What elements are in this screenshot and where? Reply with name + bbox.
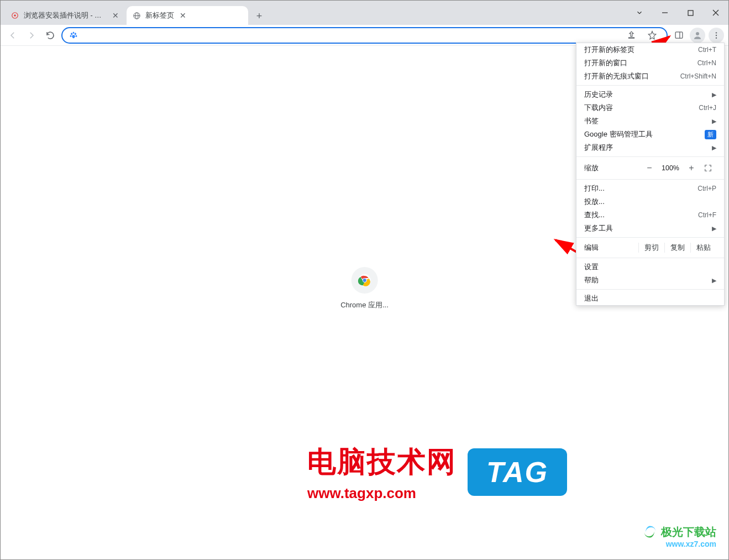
tag-badge: TAG (468, 448, 567, 496)
menu-new-tab[interactable]: 打开新的标签页 Ctrl+T (576, 43, 724, 56)
menu-downloads[interactable]: 下载内容 Ctrl+J (576, 101, 724, 114)
menu-find[interactable]: 查找... Ctrl+F (576, 208, 724, 222)
minimize-button[interactable] (652, 4, 678, 21)
favicon-icon (11, 11, 19, 20)
menu-separator (576, 156, 724, 157)
menu-separator (576, 237, 724, 238)
tab-title: 新标签页 (145, 11, 174, 20)
close-icon[interactable]: ✕ (180, 11, 186, 20)
copy-button[interactable]: 复制 (664, 243, 690, 253)
chrome-main-menu: 打开新的标签页 Ctrl+T 打开新的窗口 Ctrl+N 打开新的无痕式窗口 C… (576, 43, 725, 306)
menu-separator (576, 179, 724, 180)
maximize-button[interactable] (678, 4, 703, 21)
new-tab-button[interactable]: + (251, 8, 267, 24)
swirl-logo-icon (642, 524, 658, 540)
cut-button[interactable]: 剪切 (638, 243, 664, 253)
watermark-xz7: 极光下载站 www.xz7.com (642, 524, 716, 548)
svg-point-11 (73, 32, 75, 33)
zoom-out-button[interactable]: − (641, 163, 658, 173)
menu-print[interactable]: 打印... Ctrl+P (576, 182, 724, 195)
chevron-right-icon: ▶ (712, 144, 716, 151)
chrome-apps-shortcut[interactable]: Chrome 应用... (340, 267, 389, 310)
zoom-value: 100% (658, 164, 683, 172)
menu-separator (576, 289, 724, 290)
watermark-tagxp: 电脑技术网 www.tagxp.com TAG (307, 443, 457, 502)
menu-extensions[interactable]: 扩展程序 ▶ (576, 141, 724, 154)
forward-button[interactable] (24, 28, 39, 43)
kebab-menu-button[interactable] (709, 28, 724, 43)
svg-point-1 (14, 14, 16, 17)
svg-rect-14 (675, 32, 683, 38)
svg-point-10 (75, 33, 76, 35)
side-panel-icon[interactable] (671, 28, 686, 43)
close-icon[interactable]: ✕ (112, 11, 119, 20)
globe-icon (132, 11, 141, 20)
svg-point-9 (71, 33, 72, 35)
new-badge: 新 (705, 130, 716, 139)
chevron-right-icon: ▶ (712, 118, 716, 125)
chevron-right-icon: ▶ (712, 91, 716, 98)
menu-new-window[interactable]: 打开新的窗口 Ctrl+N (576, 56, 724, 70)
menu-help[interactable]: 帮助 ▶ (576, 274, 724, 287)
tab-strip: 浏览器安装插件说明 - 影刀帮助 ✕ 新标签页 ✕ + (1, 1, 728, 25)
svg-point-12 (70, 35, 72, 36)
svg-rect-6 (688, 11, 693, 15)
reload-button[interactable] (43, 28, 58, 43)
profile-avatar-icon[interactable] (690, 28, 705, 43)
svg-point-19 (716, 37, 717, 38)
tab-new-tab[interactable]: 新标签页 ✕ (127, 6, 248, 25)
zoom-in-button[interactable]: + (683, 163, 700, 173)
svg-point-18 (716, 34, 717, 35)
back-button[interactable] (5, 28, 20, 43)
chevron-down-icon[interactable] (627, 4, 652, 21)
close-window-button[interactable] (703, 4, 728, 21)
menu-edit: 编辑 剪切 复制 粘贴 (576, 240, 724, 255)
url-input[interactable] (83, 31, 618, 40)
menu-separator (576, 258, 724, 258)
menu-history[interactable]: 历史记录 ▶ (576, 88, 724, 101)
chevron-right-icon: ▶ (712, 277, 716, 284)
menu-settings[interactable]: 设置 (576, 260, 724, 274)
svg-point-13 (76, 35, 77, 36)
menu-new-incognito[interactable]: 打开新的无痕式窗口 Ctrl+Shift+N (576, 70, 724, 83)
chevron-right-icon: ▶ (712, 225, 716, 232)
menu-cast[interactable]: 投放... (576, 195, 724, 208)
tab-title: 浏览器安装插件说明 - 影刀帮助 (24, 11, 107, 20)
shortcut-label: Chrome 应用... (340, 300, 389, 310)
svg-point-17 (716, 32, 717, 33)
menu-more-tools[interactable]: 更多工具 ▶ (576, 222, 724, 235)
menu-exit[interactable]: 退出 (576, 292, 724, 305)
bookmark-star-icon[interactable] (644, 28, 660, 43)
svg-point-16 (696, 32, 699, 35)
address-bar[interactable] (61, 27, 668, 44)
menu-bookmarks[interactable]: 书签 ▶ (576, 114, 724, 128)
share-icon[interactable] (623, 28, 639, 43)
tab-plugin-help[interactable]: 浏览器安装插件说明 - 影刀帮助 ✕ (5, 6, 127, 25)
menu-zoom: 缩放 − 100% + (576, 159, 724, 177)
fullscreen-icon[interactable] (700, 164, 716, 172)
menu-password-manager[interactable]: Google 密码管理工具 新 (576, 128, 724, 141)
menu-separator (576, 85, 724, 86)
paste-button[interactable]: 粘贴 (690, 243, 716, 253)
baidu-paw-icon (69, 31, 78, 40)
chrome-apps-icon (352, 267, 378, 294)
window-controls (627, 1, 728, 25)
